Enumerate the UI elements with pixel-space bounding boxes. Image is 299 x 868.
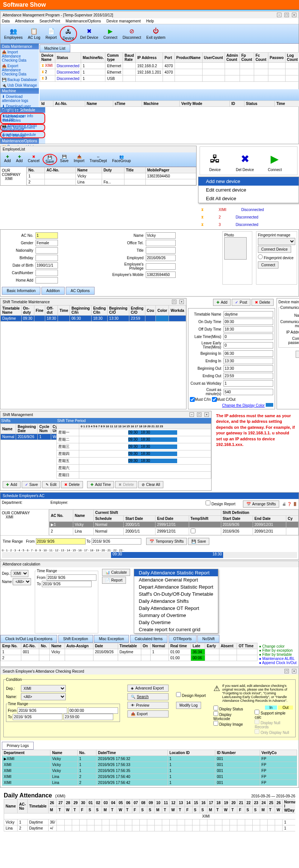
tab-noshift[interactable]: NoShift [197, 635, 219, 643]
sidebar-acmanage[interactable]: ⚙ AC Manage [0, 133, 39, 138]
save2-button[interactable]: 💾Save [58, 154, 71, 165]
late-input[interactable] [224, 334, 273, 340]
zoom-device-button[interactable]: 🖧Device [200, 147, 230, 175]
transdept-button[interactable]: ↔TransDept [87, 154, 109, 165]
report-item[interactable]: Depart Attendance Statistic Report [134, 583, 218, 590]
sidebar-photo[interactable]: 📷 Attendance Photo Management [0, 123, 39, 133]
offduty-input[interactable] [224, 326, 273, 332]
zoom-connect-button[interactable]: ▶Connect [260, 147, 290, 175]
max-button[interactable]: □ [284, 669, 289, 673]
timetable-row[interactable]: Daytime09:3018:3006:3018:3013:3023:59 [1, 316, 186, 322]
tree-sub[interactable]: XIMI [2, 515, 47, 519]
tr-from-input[interactable] [36, 538, 86, 545]
side-link[interactable]: ● Append Clock In/Out [259, 661, 297, 665]
calc-dep-select[interactable]: XIMI [11, 570, 28, 577]
calc-row[interactable]: 1001Vicky2016/09/26Daytime101:0036:34 [1, 649, 258, 655]
min-button[interactable]: − [277, 13, 281, 17]
sm-save-button[interactable]: ✓ Save [22, 481, 41, 488]
calc-name-select[interactable]: <All> [13, 578, 31, 585]
min-button[interactable]: − [189, 412, 194, 417]
tab-shiftexc[interactable]: Shift Exception [58, 635, 93, 643]
search-name-select[interactable]: <All> [21, 693, 66, 700]
max-button[interactable]: □ [197, 412, 201, 417]
sm-add-button[interactable]: ✚ Add [3, 481, 21, 488]
nationality-input[interactable] [36, 247, 58, 254]
sm-addtime-button[interactable]: ✚ Add Time [87, 481, 114, 488]
sidebar-download-user[interactable]: ⬇ Download user info and FP [0, 103, 39, 113]
dm-ok-button[interactable]: ✓ OK [296, 351, 299, 358]
search-tot-input[interactable] [64, 714, 113, 720]
log-row[interactable]: XIMILina22016/9/26 17:56:401001FP [2, 774, 297, 780]
max-button[interactable]: □ [172, 300, 176, 304]
sched-row[interactable]: 2LinaNormal2000/1/12999/12/312016/9/2620… [49, 528, 299, 535]
menu-search[interactable]: Search/Print [40, 19, 60, 23]
close-button[interactable]: × [204, 412, 209, 417]
report-item[interactable]: Create report for current grid [134, 626, 218, 633]
sidebar-import[interactable]: 📥 Import Attendance Checking Data [0, 49, 39, 63]
tab-otreports[interactable]: OTReports [169, 635, 197, 643]
tr-save-button[interactable]: 💾 Save [188, 538, 209, 545]
search-fromd-input[interactable] [18, 707, 67, 714]
facegroup-button[interactable]: 👥FaceGroup [110, 154, 133, 165]
tree-company[interactable]: OUR COMPANY [2, 168, 25, 177]
sm-delete2-button[interactable]: ✖ Delete [115, 481, 137, 488]
report-button[interactable]: 📄Report [43, 26, 59, 42]
onduty-input[interactable] [224, 319, 273, 325]
menu-attendance[interactable]: Attendance [15, 19, 34, 23]
dob-input[interactable] [36, 262, 58, 269]
workday-input[interactable] [224, 380, 273, 387]
simple-calc-check[interactable] [255, 710, 259, 714]
report-item[interactable]: Daily Attendance Shifts [134, 598, 218, 605]
mustcout-check[interactable] [212, 397, 217, 402]
close-button[interactable]: × [292, 13, 296, 17]
sidebar-backup[interactable]: 💾 Backup Database [0, 77, 39, 83]
device-row[interactable]: ⧗ XIMIDisconnected1Ethernet192.168.0.243… [40, 63, 299, 69]
cancel-button[interactable]: ✖Cancel [26, 154, 42, 165]
adv-export-button[interactable]: ◈ Advanced Export [127, 685, 169, 692]
menu-add-device[interactable]: Add new device [198, 177, 299, 186]
gender-input[interactable] [36, 240, 58, 246]
design-check[interactable] [206, 500, 210, 505]
sidebar-download-logs[interactable]: ⬇ Download attendance logs [0, 94, 39, 103]
card-input[interactable] [36, 270, 58, 276]
begout-input[interactable] [224, 365, 273, 372]
save-button[interactable]: 💾Save [43, 154, 57, 165]
connect-button[interactable]: ▶Connect [101, 26, 120, 42]
fp-device-radio[interactable] [258, 254, 263, 259]
tt-post-button[interactable]: ✓Post [232, 299, 250, 306]
disconnect-button[interactable]: ⊘Disconnect [120, 26, 143, 42]
change-color-link[interactable]: Change the Display Color [222, 403, 265, 407]
menu-edit-all[interactable]: Edit All device [198, 194, 299, 203]
calc-from-input[interactable] [47, 574, 96, 581]
shift-row[interactable]: Normal2016/9/261Week [1, 434, 65, 440]
import-button[interactable]: 📥Import [71, 154, 86, 165]
machine-list-tab[interactable]: Machine List [40, 44, 70, 52]
design-report-check[interactable] [176, 692, 181, 697]
employees-button[interactable]: 👥Employees [2, 26, 25, 42]
sidebar-upload-user[interactable]: ⬆ Upload user info and FP [0, 113, 39, 123]
birthday-input[interactable] [36, 255, 58, 261]
arrange-shifts-button[interactable]: 📅 Arrange Shifts [243, 500, 279, 508]
emp-row[interactable]: 1Vicky13823594450 [27, 173, 196, 179]
report-item[interactable]: Attendance General Report [134, 576, 218, 583]
report-item[interactable]: Daily Overtime [134, 619, 218, 626]
menu-data[interactable]: Data [2, 19, 10, 23]
fp-select[interactable] [258, 238, 295, 245]
disp-image-check[interactable] [213, 721, 218, 726]
report-item[interactable]: Staff's On-Duty/Off-Duty Timetable [134, 590, 218, 598]
menu-maint[interactable]: Maintenance/Options [66, 19, 101, 23]
log-row[interactable]: XIMIVicky12016/9/26 17:56:351001FP [2, 768, 297, 774]
name-input[interactable] [146, 232, 176, 239]
log-row[interactable]: XIMIVicky12016/9/26 17:56:331001FP [2, 762, 297, 768]
tt-add-button[interactable]: ✚Add [213, 299, 231, 306]
report-item[interactable]: Daily Attendance Statistic Report [134, 569, 218, 576]
log-row[interactable]: XIMILina22016/9/26 17:56:421001FP [2, 780, 297, 786]
temp-shifts-button[interactable]: 📅 Temporary Shifts [146, 538, 187, 545]
sidebar-export[interactable]: 📤 Export Attendance Checking Data [0, 63, 39, 77]
aclog-button[interactable]: 📋AC Log [25, 26, 42, 42]
preview-button[interactable]: 👁 Preview [127, 702, 169, 709]
side-link[interactable]: ● Change color [259, 644, 297, 648]
emp-row[interactable]: 2LinaFa... [27, 179, 196, 185]
tab-basic[interactable]: Basic Information [2, 287, 40, 295]
endout-input[interactable] [224, 373, 273, 379]
